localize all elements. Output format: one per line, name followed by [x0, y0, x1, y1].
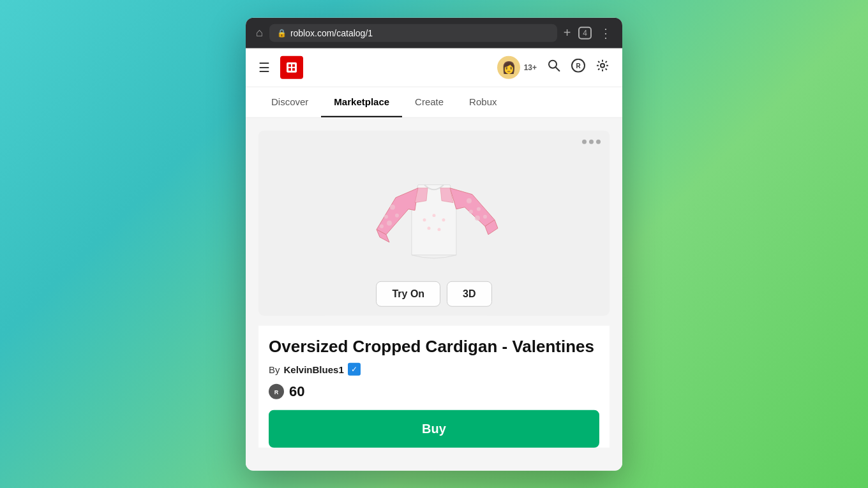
svg-point-18: [483, 214, 487, 218]
svg-rect-4: [292, 68, 295, 70]
verified-badge: ✓: [348, 363, 361, 376]
svg-text:R: R: [576, 63, 581, 70]
cardigan-svg: [357, 159, 511, 286]
svg-point-16: [477, 207, 481, 211]
tab-create[interactable]: Create: [402, 87, 456, 117]
svg-rect-0: [287, 62, 297, 72]
svg-point-20: [423, 218, 426, 221]
price-number: 60: [289, 383, 304, 400]
roblox-logo[interactable]: [280, 55, 303, 78]
product-info: Oversized Cropped Cardigan - Valentines …: [258, 325, 610, 448]
price-row: R 60: [258, 383, 610, 400]
svg-rect-1: [288, 64, 291, 66]
browser-actions: + 4 ⋮: [564, 25, 612, 40]
try-on-button[interactable]: Try On: [376, 281, 440, 306]
header-right: 👩 13+ R: [497, 55, 610, 78]
age-badge: 13+: [524, 63, 537, 71]
add-tab-button[interactable]: +: [564, 26, 571, 40]
roblox-logo-svg: [284, 59, 299, 75]
product-title: Oversized Cropped Cardigan - Valentines: [258, 325, 610, 357]
3d-button[interactable]: 3D: [447, 281, 491, 306]
product-author: By KelvinBlues1 ✓: [258, 363, 610, 376]
avatar: 👩: [497, 55, 520, 78]
svg-text:R: R: [274, 389, 279, 396]
svg-rect-2: [292, 64, 295, 66]
search-icon[interactable]: [547, 59, 561, 76]
tab-marketplace[interactable]: Marketplace: [321, 87, 402, 117]
svg-point-22: [442, 218, 445, 221]
more-options[interactable]: [582, 139, 601, 144]
tab-robux[interactable]: Robux: [456, 87, 509, 117]
dot3: [596, 139, 601, 144]
hamburger-menu-icon[interactable]: ☰: [258, 59, 270, 75]
svg-point-15: [467, 198, 472, 203]
svg-rect-3: [288, 68, 291, 70]
dot1: [582, 139, 587, 144]
svg-point-10: [390, 204, 395, 209]
author-name[interactable]: KelvinBlues1: [284, 364, 344, 374]
phone-frame: ⌂ 🔒 roblox.com/catalog/1 + 4 ⋮ ☰ 👩: [246, 17, 622, 471]
robux-icon[interactable]: R: [571, 59, 585, 76]
svg-point-9: [601, 64, 604, 68]
nav-tabs: Discover Marketplace Create Robux: [246, 87, 622, 117]
browser-home-icon[interactable]: ⌂: [256, 26, 263, 40]
svg-point-12: [395, 213, 399, 217]
product-image: [357, 159, 511, 286]
browser-chrome: ⌂ 🔒 roblox.com/catalog/1 + 4 ⋮: [246, 17, 622, 48]
svg-point-21: [433, 214, 436, 217]
svg-point-5: [549, 61, 557, 68]
svg-point-14: [387, 220, 392, 225]
tab-count[interactable]: 4: [578, 26, 592, 39]
main-content: Try On 3D Oversized Cropped Cardigan - V…: [246, 117, 622, 471]
product-image-container: Try On 3D: [258, 130, 610, 315]
svg-point-13: [380, 224, 384, 228]
url-bar[interactable]: 🔒 roblox.com/catalog/1: [269, 24, 557, 41]
svg-point-24: [438, 228, 441, 231]
buy-button[interactable]: Buy: [269, 410, 599, 448]
svg-line-6: [556, 67, 560, 71]
lock-icon: 🔒: [277, 28, 287, 37]
browser-more-icon[interactable]: ⋮: [599, 25, 612, 40]
settings-icon[interactable]: [595, 59, 610, 76]
url-text: roblox.com/catalog/1: [290, 27, 373, 38]
robux-currency-icon: R: [269, 384, 284, 399]
author-prefix: By: [269, 364, 280, 374]
product-buttons: Try On 3D: [376, 281, 491, 306]
svg-point-11: [384, 214, 388, 218]
svg-point-23: [428, 226, 431, 230]
svg-point-19: [475, 215, 480, 220]
svg-point-17: [469, 209, 473, 213]
roblox-header: ☰ 👩 13+: [246, 48, 622, 87]
dot2: [589, 139, 594, 144]
avatar-container[interactable]: 👩 13+: [497, 55, 537, 78]
tab-discover[interactable]: Discover: [258, 87, 321, 117]
